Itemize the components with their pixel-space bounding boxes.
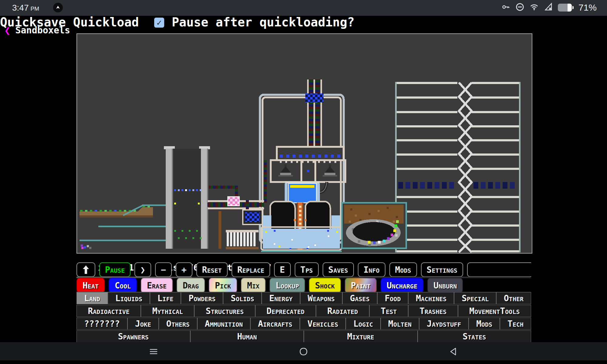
pause-after-quickload-checkbox[interactable]: ✓	[154, 18, 164, 28]
screen: 3:47PM 71% Quicksave Quickload ✓ Pause	[0, 0, 607, 364]
tab-food[interactable]: Food	[377, 292, 409, 304]
size-decrease-button[interactable]: −	[155, 262, 172, 277]
category-row-4: Spawners Human Mixture States	[76, 330, 531, 342]
wifi-icon	[529, 2, 539, 13]
key-icon	[501, 2, 510, 13]
tab-mixture[interactable]: Mixture	[304, 330, 418, 342]
android-nav-bar	[0, 342, 607, 360]
battery-percent: 71%	[578, 2, 597, 13]
tool-toolbar: Heat Cool Erase Drag Pick Mix Lookup Sho…	[76, 278, 531, 293]
tab-powders[interactable]: Powders	[181, 292, 223, 304]
pixel-art	[77, 34, 532, 253]
mods-button[interactable]: Mods	[389, 262, 417, 277]
tab-energy[interactable]: Energy	[262, 292, 300, 304]
tab-logic[interactable]: Logic	[346, 318, 381, 330]
tab-molten[interactable]: Molten	[381, 318, 419, 330]
battery-tip	[572, 6, 574, 9]
unburn-tool-button[interactable]: Unburn	[427, 278, 463, 293]
shock-tool-button[interactable]: Shock	[309, 278, 341, 293]
tab-states[interactable]: States	[418, 330, 531, 342]
back-chevron-icon: ❮	[4, 24, 10, 36]
tab-tech[interactable]: Tech	[500, 318, 531, 330]
drag-tool-button[interactable]: Drag	[177, 278, 205, 293]
tab-spawners[interactable]: Spawners	[76, 330, 190, 342]
category-row-2: Radioactive Mythical Structures Deprecat…	[76, 305, 531, 317]
category-row-3: ??????? Joke Others Ammunition Aircrafts…	[76, 318, 531, 330]
settings-button[interactable]: Settings	[421, 262, 463, 277]
tab-mods[interactable]: Mods	[469, 318, 500, 330]
tab-deprecated[interactable]: Deprecated	[255, 305, 316, 317]
scroll-up-button[interactable]	[76, 262, 95, 277]
home-icon[interactable]	[298, 346, 309, 357]
status-bar: 3:47PM 71%	[0, 0, 607, 16]
pause-after-quickload-label: Pause after quickloading?	[172, 16, 354, 29]
tab-unknown[interactable]: ???????	[76, 318, 127, 330]
no-signal-icon	[544, 2, 553, 13]
tab-radioactive[interactable]: Radioactive	[76, 305, 141, 317]
uncharge-tool-button[interactable]: Uncharge	[381, 278, 423, 293]
notification-icon	[53, 3, 63, 12]
tab-weapons[interactable]: Weapons	[300, 292, 342, 304]
heat-tool-button[interactable]: Heat	[76, 278, 105, 293]
tab-machines[interactable]: Machines	[408, 292, 454, 304]
saves-button[interactable]: Saves	[323, 262, 354, 277]
back-icon[interactable]	[448, 346, 459, 357]
game-canvas[interactable]	[76, 33, 532, 254]
tab-vehicles[interactable]: Vehicles	[300, 318, 346, 330]
tab-special[interactable]: Special	[454, 292, 496, 304]
clipped-button[interactable]	[467, 262, 531, 277]
tab-other[interactable]: Other	[496, 292, 531, 304]
main-toolbar: Pause ❯ − + Reset Replace E Tps Saves In…	[76, 262, 531, 278]
tps-button[interactable]: Tps	[295, 262, 319, 277]
tab-gases[interactable]: Gases	[342, 292, 377, 304]
e-button[interactable]: E	[274, 262, 291, 277]
pick-tool-button[interactable]: Pick	[209, 278, 237, 293]
gesture-strip	[0, 360, 607, 364]
tab-structures[interactable]: Structures	[194, 305, 255, 317]
step-button[interactable]: ❯	[134, 262, 151, 277]
tab-solids[interactable]: Solids	[223, 292, 262, 304]
size-increase-button[interactable]: +	[176, 262, 192, 277]
replace-button[interactable]: Replace	[232, 262, 270, 277]
menu-icon[interactable]	[148, 346, 159, 357]
erase-tool-button[interactable]: Erase	[141, 278, 173, 293]
battery-icon	[558, 4, 572, 12]
tab-land[interactable]: Land	[76, 292, 108, 304]
tab-joke[interactable]: Joke	[127, 318, 159, 330]
tab-aircrafts[interactable]: Aircrafts	[250, 318, 300, 330]
tab-ammunition[interactable]: Ammunition	[197, 318, 250, 330]
tab-liquids[interactable]: Liquids	[108, 292, 150, 304]
paint-tool-button[interactable]: Paint	[345, 278, 377, 293]
tab-radiated[interactable]: Radiated	[316, 305, 369, 317]
tab-movementtools[interactable]: MovementTools	[458, 305, 531, 317]
tab-others[interactable]: Others	[159, 318, 197, 330]
tab-human[interactable]: Human	[190, 330, 304, 342]
mix-tool-button[interactable]: Mix	[241, 278, 266, 293]
tab-trashes[interactable]: Trashes	[408, 305, 458, 317]
tab-test[interactable]: Test	[369, 305, 408, 317]
do-not-disturb-icon	[515, 2, 524, 13]
category-row-1: Land Liquids Life Powders Solids Energy …	[76, 292, 531, 304]
category-tabs: Land Liquids Life Powders Solids Energy …	[76, 292, 531, 342]
cool-tool-button[interactable]: Cool	[109, 278, 137, 293]
reset-button[interactable]: Reset	[196, 262, 228, 277]
clock: 3:47PM	[12, 3, 39, 13]
tab-jaydstuff[interactable]: Jaydstuff	[419, 318, 469, 330]
back-label: Sandboxels	[15, 25, 70, 35]
up-arrow-icon	[82, 265, 90, 274]
lookup-tool-button[interactable]: Lookup	[270, 278, 305, 293]
pause-button[interactable]: Pause	[99, 262, 131, 277]
sandboxels-back-link[interactable]: ❮Sandboxels	[4, 24, 70, 36]
quickload-link[interactable]: Quickload	[73, 15, 139, 29]
tab-life[interactable]: Life	[150, 292, 181, 304]
info-button[interactable]: Info	[358, 262, 385, 277]
tab-mythical[interactable]: Mythical	[141, 305, 194, 317]
